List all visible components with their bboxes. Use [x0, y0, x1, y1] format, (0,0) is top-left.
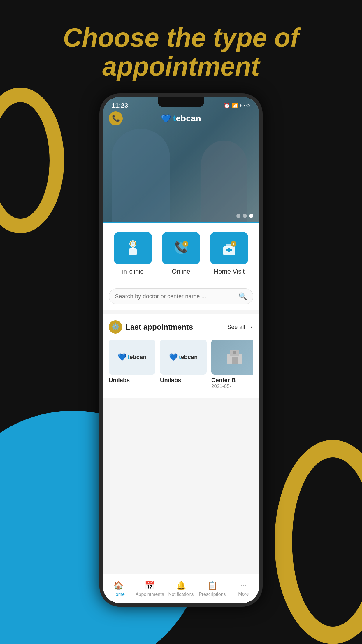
status-icons: ⏰ 📶 87% [224, 102, 250, 109]
appointment-types-section: in-clinic 📞 + Online [103, 223, 259, 284]
see-all-button[interactable]: See all → [227, 323, 253, 331]
apt-card-3[interactable]: Center B 2021-05- [211, 340, 253, 389]
bg-yellow-arc-left [0, 88, 64, 233]
section-icon: ⚙️ [109, 320, 122, 334]
apt-card-3-image [211, 340, 253, 374]
svg-rect-13 [226, 249, 232, 251]
apt-card-3-name: Center B [211, 377, 253, 384]
phone-mockup: 11:23 ⏰ 📶 87% 📞 💙 tebcan [99, 93, 263, 607]
phone-call-button[interactable]: 📞 [109, 111, 123, 125]
logo-heart-icon: 💙 [161, 114, 171, 123]
inclinic-label: in-clinic [122, 268, 143, 275]
apt-type-online[interactable]: 📞 + Online [161, 232, 201, 275]
see-all-arrow-icon: → [247, 323, 253, 331]
prescriptions-nav-icon: 📋 [207, 581, 217, 590]
nav-appointments[interactable]: 📅 Appointments [134, 581, 165, 597]
tebcan-name-1: tebcan [128, 354, 146, 360]
notifications-nav-icon: 🔔 [176, 581, 186, 590]
prescriptions-nav-label: Prescriptions [199, 592, 226, 597]
tebcan-name-2: tebcan [179, 354, 198, 360]
apt-type-inclinic[interactable]: in-clinic [113, 232, 153, 275]
carousel-dot-3[interactable] [249, 214, 253, 218]
carousel-dots [236, 214, 253, 218]
bottom-nav: 🏠 Home 📅 Appointments 🔔 Notifications 📋 … [103, 574, 259, 603]
carousel-dot-2[interactable] [243, 214, 247, 218]
page-title: Choose the type of appointment [0, 23, 362, 81]
home-nav-icon: 🏠 [113, 581, 124, 590]
nav-more[interactable]: ··· More [228, 581, 259, 597]
phone-screen: in-clinic 📞 + Online [103, 97, 259, 603]
appointment-cards-row: 💙 tebcan Unilabs 💙 tebcan [109, 340, 253, 392]
alarm-icon: ⏰ [224, 102, 230, 109]
home-nav-label: Home [112, 592, 125, 597]
apt-card-3-date: 2021-05- [211, 384, 253, 389]
logo-text: tebcan [173, 113, 201, 123]
apt-card-1-name: Unilabs [109, 377, 155, 384]
inclinic-svg [123, 238, 143, 258]
apt-card-1-image: 💙 tebcan [109, 340, 155, 374]
apt-card-2-name: Unilabs [160, 377, 207, 384]
bg-yellow-arc-right [275, 440, 362, 644]
svg-text:+: + [184, 242, 187, 246]
search-input[interactable] [115, 293, 238, 300]
battery-text: 87% [240, 103, 250, 109]
svg-rect-18 [232, 357, 238, 364]
content-area: in-clinic 📞 + Online [103, 223, 259, 603]
online-icon-box: 📞 + [162, 232, 200, 264]
last-appointments-section: ⚙️ Last appointments See all → 💙 [103, 314, 259, 398]
clinic-svg [226, 348, 243, 366]
app-logo: 💙 tebcan [161, 113, 201, 123]
app-bar: 📞 💙 tebcan [103, 108, 259, 128]
svg-rect-5 [131, 247, 134, 249]
section-title: Last appointments [126, 323, 193, 332]
search-icon: 🔍 [238, 292, 247, 300]
inclinic-icon-box [114, 232, 152, 264]
tebcan-logo-2: 💙 tebcan [169, 353, 198, 361]
nav-notifications[interactable]: 🔔 Notifications [165, 581, 196, 597]
more-nav-icon: ··· [240, 581, 247, 590]
tebcan-logo-1: 💙 tebcan [118, 353, 146, 361]
more-nav-label: More [238, 592, 249, 597]
notifications-nav-label: Notifications [168, 592, 194, 597]
homevisit-label: Home Visit [214, 268, 245, 275]
svg-text:+: + [232, 242, 235, 246]
apt-card-2[interactable]: 💙 tebcan Unilabs [160, 340, 207, 389]
appointments-nav-icon: 📅 [145, 581, 155, 590]
header-section: Choose the type of appointment [0, 23, 362, 81]
apt-card-2-image: 💙 tebcan [160, 340, 207, 374]
nav-prescriptions[interactable]: 📋 Prescriptions [197, 581, 228, 597]
apt-card-1[interactable]: 💙 tebcan Unilabs [109, 340, 155, 389]
wifi-icon: 📶 [232, 102, 238, 109]
section-header: ⚙️ Last appointments See all → [109, 320, 253, 334]
tebcan-heart-icon-2: 💙 [169, 353, 178, 361]
svg-rect-19 [233, 351, 236, 354]
appointments-nav-label: Appointments [136, 592, 164, 597]
section-title-wrap: ⚙️ Last appointments [109, 320, 193, 334]
nav-home[interactable]: 🏠 Home [103, 581, 134, 597]
online-svg: 📞 + [171, 238, 191, 258]
homevisit-icon-box: + [210, 232, 248, 264]
svg-rect-4 [129, 248, 137, 256]
phone-icon: 📞 [112, 115, 120, 122]
search-section: 🔍 [103, 284, 259, 310]
homevisit-svg: + [219, 238, 239, 258]
apt-type-homevisit[interactable]: + Home Visit [209, 232, 249, 275]
online-label: Online [172, 268, 190, 275]
carousel-dot-1[interactable] [236, 214, 240, 218]
search-input-wrap: 🔍 [109, 288, 253, 304]
tebcan-heart-icon-1: 💙 [118, 353, 126, 361]
